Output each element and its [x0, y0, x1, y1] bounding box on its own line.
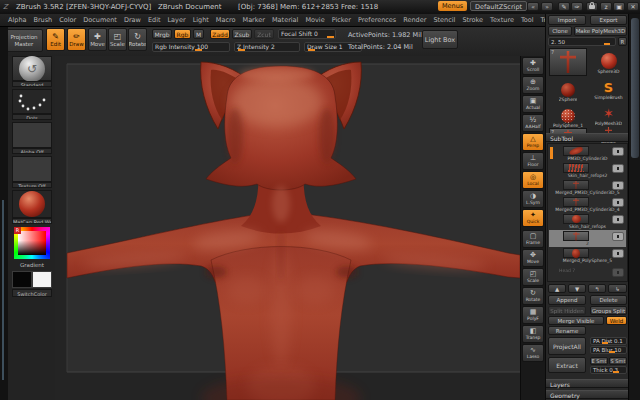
project-all-button[interactable]: ProjectAll — [548, 337, 586, 355]
document-canvas[interactable] — [55, 56, 520, 400]
menu-draw[interactable]: Draw — [124, 16, 141, 24]
menu-color[interactable]: Color — [59, 16, 76, 24]
subtool-up-button[interactable]: ▲ — [548, 284, 566, 293]
pa-dist-slider[interactable]: PA Dist 0.1 — [590, 337, 627, 345]
subtool-row-8-disabled[interactable]: Head 7 — [549, 266, 626, 278]
menu-movie[interactable]: Movie — [305, 16, 324, 24]
mrgb-button[interactable]: Mrgb — [152, 29, 172, 39]
clone-button[interactable]: Clone — [548, 26, 572, 36]
subtool-thumb-1[interactable] — [563, 146, 589, 156]
secondary-color-swatch[interactable] — [32, 271, 52, 288]
subtool-thumb-6[interactable] — [563, 231, 589, 241]
scrollbar-thumb[interactable] — [631, 18, 639, 158]
color-picker-field[interactable] — [18, 231, 46, 255]
current-texture-thumbnail[interactable] — [12, 156, 52, 182]
menu-document[interactable]: Document — [83, 16, 117, 24]
thick-slider[interactable]: Thick 0.3 — [590, 366, 627, 374]
zoom-button[interactable]: ⊕Zoom — [522, 76, 544, 94]
current-stroke-thumbnail[interactable] — [12, 89, 52, 114]
thick-marker[interactable] — [613, 371, 619, 373]
menu-marker[interactable]: Marker — [243, 16, 265, 24]
floor-button[interactable]: ⊥Floor — [522, 152, 544, 170]
actual-button[interactable]: ▣Actual — [522, 95, 544, 113]
light-box-button[interactable]: Light Box — [422, 30, 458, 49]
subtool-row-1[interactable]: PM3D_Cylinder3D — [549, 145, 626, 162]
restore-window-icon[interactable]: ▣ — [613, 2, 625, 11]
main-color-swatch[interactable] — [12, 271, 32, 288]
frame-button[interactable]: ▢Frame — [522, 230, 544, 248]
local-button[interactable]: ◎Local — [522, 171, 544, 189]
subtool-eye-3[interactable] — [612, 181, 624, 190]
tool-item-polysphere[interactable]: PolySphere_1 — [549, 104, 587, 128]
close-icon[interactable]: ✕ — [627, 2, 639, 11]
rgb-intensity-slider[interactable]: Rgb Intensity 100 — [152, 42, 230, 52]
rotate-button[interactable]: ↻ Rotate — [128, 28, 147, 51]
tool-item-simplebrush[interactable]: S SimpleBrush — [590, 76, 627, 100]
extract-button[interactable]: Extract — [548, 357, 586, 373]
e-smt-button[interactable]: E Smt — [590, 357, 608, 365]
menu-layer[interactable]: Layer — [168, 16, 186, 24]
rotate-3d-button[interactable]: ↻Rotate — [522, 287, 544, 305]
menu-texture[interactable]: Texture — [490, 16, 514, 24]
subtool-eye-4[interactable] — [612, 198, 624, 207]
persp-button[interactable]: △Persp — [522, 133, 544, 151]
subtool-section-header[interactable]: SubTool — [546, 133, 629, 142]
scale-button[interactable]: ◰ Scale — [108, 28, 127, 51]
merge-visible-button[interactable]: Merge Visible — [548, 316, 604, 325]
z-intensity-slider[interactable]: Z Intensity 2 — [234, 42, 300, 52]
zadd-button[interactable]: Zadd — [210, 29, 230, 39]
pa-blur-marker[interactable] — [609, 351, 615, 353]
export-button[interactable]: Export — [590, 15, 627, 25]
subtool-row-5[interactable]: Skin_hair_refops — [549, 213, 626, 230]
subtool-eye-7[interactable] — [612, 249, 624, 258]
import-button[interactable]: Import — [548, 15, 586, 25]
menu-material[interactable]: Material — [272, 16, 298, 24]
zscript-prev-icon[interactable]: « — [527, 2, 539, 11]
default-zscript-button[interactable]: DefaultZScript — [470, 1, 527, 11]
menu-stencil[interactable]: Stencil — [433, 16, 455, 24]
quick-button[interactable]: ✦Quick — [522, 209, 544, 227]
transp-button[interactable]: ◧Transp — [522, 325, 544, 343]
subtool-eye-1[interactable] — [612, 147, 624, 156]
scale-3d-button[interactable]: ◰Scale — [522, 268, 544, 286]
menu-picker[interactable]: Picker — [332, 16, 351, 24]
menu-alpha[interactable]: Alpha — [8, 16, 26, 24]
tool-item-zsphere[interactable]: ZSphere — [549, 78, 587, 102]
groups-split-button[interactable]: Groups Split — [590, 306, 627, 315]
s-smt-button[interactable]: S Smt — [609, 357, 627, 365]
tool-slider[interactable]: 2. 50 — [548, 37, 616, 46]
menu-tool[interactable]: Tool — [521, 16, 534, 24]
zoom-window-icon[interactable]: z — [600, 2, 612, 11]
subtool-row-7[interactable]: Merged_PolySphere_5 — [549, 247, 626, 264]
focal-shift-slider[interactable]: Focal Shift 0 — [278, 29, 336, 39]
tool-item-sphere3d[interactable]: Sphere3D — [590, 48, 627, 74]
lasso-button[interactable]: ∿Lasso — [522, 344, 544, 362]
subtool-eye-6[interactable] — [612, 232, 624, 241]
menu-preferences[interactable]: Preferences — [358, 16, 396, 24]
move-3d-button[interactable]: ✥Move — [522, 249, 544, 267]
tool-slider-marker[interactable] — [604, 43, 610, 45]
subtool-row-4[interactable]: Merged_PM3D_Cylinder3D_4 — [549, 196, 626, 213]
gradient-label[interactable]: Gradient — [12, 261, 52, 269]
subtool-row-2[interactable]: Skin_hair_refops2 — [549, 162, 626, 179]
subtool-thumb-5[interactable] — [563, 214, 589, 224]
r-button[interactable]: R — [618, 37, 627, 46]
append-button[interactable]: Append — [548, 295, 586, 305]
zscript-play-icon[interactable]: » — [541, 2, 553, 11]
z-intensity-marker[interactable] — [238, 49, 245, 51]
current-alpha-thumbnail[interactable] — [12, 122, 52, 148]
zcut-button[interactable]: Zcut — [254, 29, 274, 39]
subtool-eye-2[interactable] — [612, 164, 624, 173]
subtool-thumb-4[interactable] — [563, 197, 589, 207]
rename-button[interactable]: Rename — [548, 326, 586, 335]
edit-button[interactable]: ✎ Edit — [46, 28, 65, 51]
left-edge-divider[interactable] — [2, 200, 4, 380]
brush-palette-icon[interactable]: ✎ — [558, 2, 570, 11]
delete-button[interactable]: Delete — [590, 295, 627, 305]
projection-master-button[interactable]: Projection Master — [5, 29, 43, 52]
tool-item-polymesh3d[interactable]: ✶ PolyMesh3D — [590, 102, 627, 126]
pa-dist-marker[interactable] — [602, 342, 608, 344]
geometry-section-header[interactable]: Geometry — [546, 390, 629, 399]
menu-macro[interactable]: Macro — [216, 16, 236, 24]
current-brush-thumbnail[interactable]: ↺ — [12, 56, 52, 81]
